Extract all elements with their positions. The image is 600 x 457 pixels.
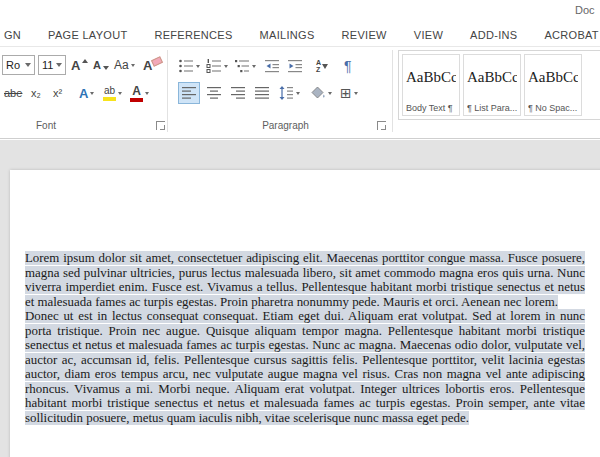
clear-formatting-button[interactable]: A [143,54,162,76]
eraser-icon [151,56,163,67]
show-hide-paragraph-marks-button[interactable]: ¶ [344,55,352,77]
tab-design-partial[interactable]: GN [4,29,21,41]
chevron-down-icon [131,64,135,67]
title-bar: Doc [0,0,600,24]
font-dialog-launcher[interactable] [156,121,165,130]
text-effects-icon: A [79,86,88,101]
style-item-body-text[interactable]: AaBbCcDd Body Text ¶ [402,54,460,116]
paint-bucket-icon [310,85,326,101]
styles-gallery: AaBbCcDd Body Text ¶ AaBbCcDd ¶ List Par… [398,50,600,120]
tab-mailings[interactable]: MAILINGS [260,29,315,41]
paragraph[interactable]: Donec ut est in lectus consequat consequ… [25,309,585,425]
superscript-icon: x² [53,87,62,99]
numbering-icon [206,58,222,74]
style-label: ¶ List Para... [467,103,517,113]
yellow-bar-icon [103,97,116,101]
align-left-button[interactable] [178,82,200,104]
highlight-icon: ab [103,86,116,101]
chevron-down-icon [90,92,94,95]
document-workspace: Lorem ipsum dolor sit amet, consectetuer… [0,140,600,457]
sort-button[interactable]: A Z [316,55,328,77]
text-effects-button[interactable]: A [79,82,94,104]
decrease-indent-icon [264,58,280,74]
red-bar-icon [130,98,143,102]
justify-button[interactable] [251,82,273,104]
style-preview: AaBbCcDd [528,57,578,97]
chevron-down-icon[interactable] [25,63,31,67]
increase-indent-button[interactable] [287,55,303,77]
strikethrough-icon: abe [4,87,22,99]
selected-text[interactable]: Donec ut est in lectus consequat consequ… [25,309,585,425]
change-case-button[interactable]: Aa [114,54,135,76]
bullets-button[interactable] [178,55,200,77]
tab-view[interactable]: VIEW [414,29,443,41]
font-color-button[interactable]: A [130,82,149,104]
font-color-icon: A [130,85,143,102]
multilevel-list-icon [234,58,250,74]
paragraph-group-label: Paragraph [238,120,333,131]
style-label: Body Text ¶ [406,103,456,113]
tab-references[interactable]: REFERENCES [154,29,232,41]
change-case-icon: Aa [114,58,129,72]
align-right-button[interactable] [227,82,249,104]
chevron-down-icon [328,92,332,95]
paragraph[interactable]: Lorem ipsum dolor sit amet, consectetuer… [25,251,585,309]
document-page[interactable]: Lorem ipsum dolor sit amet, consectetuer… [10,170,600,457]
justify-icon [254,85,270,101]
shading-button[interactable] [310,82,332,104]
bullets-icon [178,58,194,74]
subscript-icon: x₂ [31,87,41,99]
selected-text[interactable]: Lorem ipsum dolor sit amet, consectetuer… [25,251,585,309]
style-preview: AaBbCcDd [467,57,517,97]
tab-add-ins[interactable]: ADD-INS [470,29,517,41]
chevron-down-icon [145,92,149,95]
style-item-no-spacing[interactable]: AaBbCcDd ¶ No Spac... [524,54,582,116]
font-name-combo[interactable]: Ro [2,55,35,75]
align-right-icon [230,85,246,101]
chevron-down-icon [196,65,200,68]
line-spacing-icon [278,85,294,101]
style-label: ¶ No Spac... [528,103,578,113]
subscript-button[interactable]: x₂ [31,82,41,104]
numbering-button[interactable] [206,55,228,77]
ribbon: Ro 11 A A Aa A abe x₂ x² A ab [0,46,600,139]
increase-indent-icon [287,58,303,74]
align-left-icon [181,85,197,101]
tab-acrobat[interactable]: ACROBAT [544,29,598,41]
tab-review[interactable]: REVIEW [342,29,387,41]
shrink-font-icon: A [93,59,101,71]
ribbon-tab-bar: GN PAGE LAYOUT REFERENCES MAILINGS REVIE… [0,24,600,46]
grow-font-icon: A [71,58,80,73]
tab-page-layout[interactable]: PAGE LAYOUT [48,29,127,41]
chevron-down-icon [296,92,300,95]
paragraph-dialog-launcher[interactable] [377,121,386,130]
grow-font-button[interactable]: A [71,54,88,76]
chevron-down-icon [224,65,228,68]
strikethrough-button[interactable]: abe [4,82,22,104]
group-separator [167,50,168,132]
down-triangle-icon [103,66,109,70]
document-text[interactable]: Lorem ipsum dolor sit amet, consectetuer… [25,251,585,426]
style-item-list-paragraph[interactable]: AaBbCcDd ¶ List Para... [463,54,521,116]
align-center-icon [206,85,222,101]
align-center-button[interactable] [203,82,225,104]
font-group-label: Font [0,120,92,131]
pilcrow-icon: ¶ [344,58,352,74]
group-separator [392,50,393,132]
window-title-partial: Doc [575,4,595,16]
font-name-value: Ro [6,59,20,71]
style-preview: AaBbCcDd [406,57,456,97]
borders-button[interactable]: ⊞ [340,82,358,104]
text-highlight-color-button[interactable]: ab [103,82,122,104]
down-arrow-icon [322,64,328,69]
chevron-down-icon [118,92,122,95]
chevron-down-icon[interactable] [56,63,62,67]
shrink-font-button[interactable]: A [93,54,109,76]
line-spacing-button[interactable] [278,82,300,104]
sort-icon: A Z [316,59,328,73]
multilevel-list-button[interactable] [234,55,256,77]
decrease-indent-button[interactable] [264,55,280,77]
superscript-button[interactable]: x² [53,82,62,104]
borders-icon: ⊞ [340,86,352,100]
font-size-combo[interactable]: 11 [38,55,66,75]
